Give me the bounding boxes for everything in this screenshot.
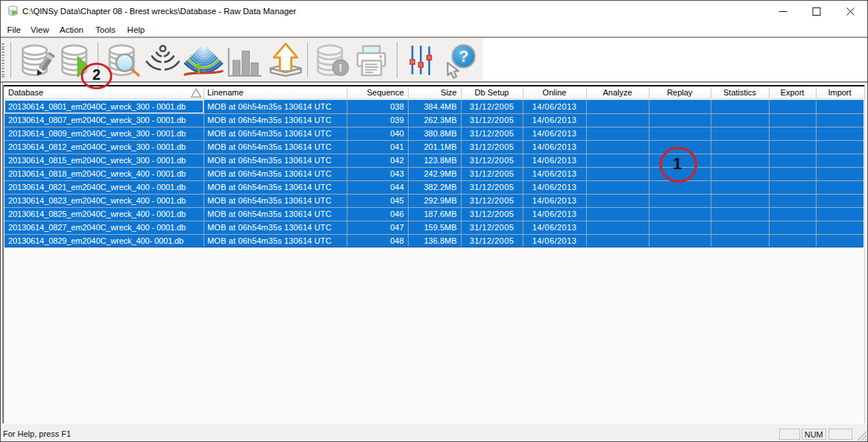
svg-text:!: !	[339, 61, 342, 74]
svg-text:?: ?	[459, 48, 468, 66]
